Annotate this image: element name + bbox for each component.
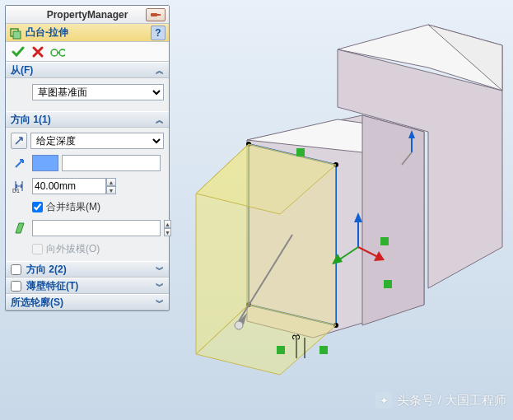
glasses-icon [50, 46, 65, 58]
svg-rect-37 [384, 280, 392, 288]
section-dir2-title: 方向 2(2) [26, 263, 67, 277]
draft-spinner[interactable]: ▲▼ [164, 220, 171, 236]
from-start-condition-select[interactable]: 草图基准面 [32, 84, 164, 100]
graphics-viewport[interactable]: 3 ✦ 头条号 / 大国工程师 [173, 0, 513, 420]
depth-spinner[interactable]: ▲▼ [106, 178, 116, 194]
dir1-depth-input[interactable] [32, 178, 106, 194]
dimension-value: 3 [290, 334, 302, 340]
dir2-enable-checkbox[interactable] [11, 264, 21, 275]
svg-marker-13 [362, 115, 424, 325]
draft-icon [11, 219, 29, 237]
merge-result-checkbox[interactable] [32, 202, 43, 212]
svg-rect-0 [151, 13, 157, 16]
section-thin-title: 薄壁特征(T) [26, 279, 78, 293]
watermark: ✦ 头条号 / 大国工程师 [375, 392, 506, 408]
cancel-button[interactable] [30, 44, 45, 59]
pushpin-button[interactable] [146, 8, 166, 21]
svg-rect-38 [277, 346, 285, 354]
merge-result-label: 合并结果(M) [46, 200, 100, 214]
svg-point-4 [51, 49, 58, 56]
section-dir1-title: 方向 1(1) [11, 113, 51, 127]
spin-down-icon[interactable]: ▼ [106, 186, 116, 194]
chevron-up-icon: ︽ [154, 115, 166, 125]
draft-angle-input[interactable] [32, 220, 161, 236]
merge-result-row: 合并结果(M) [32, 200, 164, 214]
draft-outward-row: 向外拔模(O) [32, 242, 164, 256]
svg-point-5 [59, 49, 65, 56]
spin-up-icon[interactable]: ▲ [106, 178, 116, 186]
property-manager-panel: PropertyManager 凸台-拉伸 ? 从(F) ︽ [5, 5, 170, 311]
section-contours-header[interactable]: 所选轮廓(S) ︾ [6, 294, 169, 310]
chevron-down-icon: ︾ [154, 282, 166, 292]
section-dir1-header[interactable]: 方向 1(1) ︽ [6, 111, 169, 128]
action-row [6, 42, 169, 62]
spin-down-icon[interactable]: ▼ [164, 228, 171, 236]
reverse-direction-icon [13, 135, 25, 147]
watermark-text: 头条号 / 大国工程师 [397, 393, 506, 408]
detailed-preview-button[interactable] [50, 44, 65, 59]
svg-rect-3 [13, 31, 21, 39]
reverse-direction-button[interactable] [11, 133, 27, 149]
section-thin-header[interactable]: 薄壁特征(T) ︾ [6, 278, 169, 294]
watermark-icon: ✦ [375, 392, 392, 408]
chevron-down-icon: ︾ [154, 265, 166, 275]
help-button[interactable]: ? [151, 26, 166, 40]
section-dir1-body: 给定深度 D1 ▲▼ 合并结果(M) [6, 128, 169, 261]
section-from-header[interactable]: 从(F) ︽ [6, 62, 169, 78]
direction-vector-icon [11, 154, 29, 172]
spin-up-icon[interactable]: ▲ [164, 220, 171, 228]
depth-icon: D1 [11, 177, 29, 195]
panel-title-bar: PropertyManager [6, 6, 169, 24]
section-from-title: 从(F) [11, 63, 33, 77]
chevron-up-icon: ︽ [154, 66, 166, 76]
draft-outward-label: 向外拔模(O) [46, 242, 100, 256]
cancel-icon [32, 46, 44, 58]
feature-name: 凸台-拉伸 [26, 26, 68, 40]
svg-rect-36 [380, 237, 389, 245]
section-from-body: 草图基准面 [6, 78, 169, 111]
section-dir2-header[interactable]: 方向 2(2) ︾ [6, 261, 169, 278]
chevron-down-icon: ︾ [154, 298, 166, 308]
direction-selection-input[interactable] [62, 155, 161, 171]
svg-point-25 [235, 321, 243, 329]
direction-selection-box[interactable] [32, 155, 58, 171]
svg-text:D1: D1 [12, 188, 20, 194]
dir1-end-condition-select[interactable]: 给定深度 [30, 133, 164, 149]
extrude-feature-icon [9, 26, 22, 40]
ok-button[interactable] [11, 44, 26, 59]
feature-header: 凸台-拉伸 ? [6, 24, 169, 42]
draft-outward-checkbox [32, 244, 43, 254]
pushpin-icon [150, 11, 161, 19]
thin-enable-checkbox[interactable] [11, 281, 21, 292]
svg-rect-39 [319, 346, 328, 354]
model-preview: 3 [173, 0, 513, 420]
panel-title-text: PropertyManager [47, 9, 128, 21]
svg-rect-35 [296, 148, 305, 156]
ok-icon [12, 45, 25, 58]
section-contours-title: 所选轮廓(S) [11, 296, 63, 310]
